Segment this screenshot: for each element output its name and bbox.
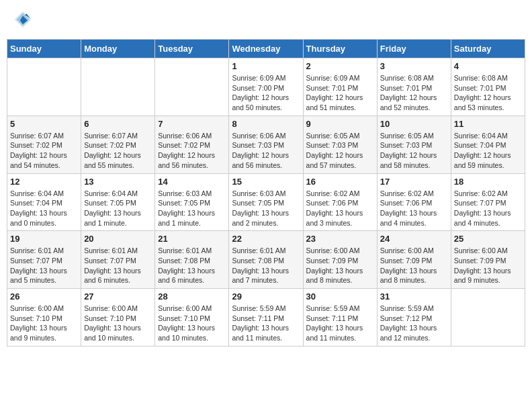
day-number: 25 [454, 234, 522, 244]
day-info: Sunrise: 6:00 AMSunset: 7:10 PMDaylight:… [84, 304, 152, 343]
day-info: Sunrise: 6:03 AMSunset: 7:05 PMDaylight:… [232, 189, 300, 228]
day-info: Sunrise: 6:00 AMSunset: 7:10 PMDaylight:… [10, 304, 78, 343]
day-number: 29 [232, 291, 300, 302]
calendar-cell: 16Sunrise: 6:02 AMSunset: 7:06 PMDayligh… [303, 173, 377, 231]
calendar-cell: 5Sunrise: 6:07 AMSunset: 7:02 PMDaylight… [7, 116, 81, 173]
day-info: Sunrise: 5:59 AMSunset: 7:11 PMDaylight:… [232, 304, 300, 343]
calendar-cell: 10Sunrise: 6:05 AMSunset: 7:03 PMDayligh… [377, 116, 451, 173]
day-info: Sunrise: 6:01 AMSunset: 7:08 PMDaylight:… [158, 246, 226, 285]
day-info: Sunrise: 6:08 AMSunset: 7:01 PMDaylight:… [454, 73, 522, 113]
day-info: Sunrise: 6:01 AMSunset: 7:07 PMDaylight:… [10, 246, 78, 285]
calendar-cell: 19Sunrise: 6:01 AMSunset: 7:07 PMDayligh… [7, 231, 81, 289]
calendar-cell [7, 58, 81, 116]
calendar-cell [81, 58, 155, 116]
calendar-cell: 21Sunrise: 6:01 AMSunset: 7:08 PMDayligh… [155, 231, 229, 289]
calendar-table: SundayMondayTuesdayWednesdayThursdayFrid… [7, 39, 525, 347]
calendar-cell: 7Sunrise: 6:06 AMSunset: 7:02 PMDaylight… [155, 116, 229, 173]
calendar-cell: 15Sunrise: 6:03 AMSunset: 7:05 PMDayligh… [229, 173, 303, 231]
calendar-cell: 18Sunrise: 6:02 AMSunset: 7:07 PMDayligh… [451, 173, 525, 231]
day-info: Sunrise: 6:00 AMSunset: 7:09 PMDaylight:… [454, 246, 522, 285]
day-number: 12 [10, 177, 78, 187]
calendar-cell: 13Sunrise: 6:04 AMSunset: 7:05 PMDayligh… [81, 173, 155, 231]
weekday-header-thursday: Thursday [303, 40, 377, 58]
calendar-cell [451, 289, 525, 347]
day-info: Sunrise: 6:09 AMSunset: 7:01 PMDaylight:… [306, 73, 374, 113]
day-info: Sunrise: 6:02 AMSunset: 7:06 PMDaylight:… [380, 189, 448, 228]
logo [13, 10, 35, 29]
calendar-cell: 25Sunrise: 6:00 AMSunset: 7:09 PMDayligh… [451, 231, 525, 289]
day-number: 21 [158, 234, 226, 244]
day-number: 9 [306, 119, 374, 129]
calendar-cell: 23Sunrise: 6:00 AMSunset: 7:09 PMDayligh… [303, 231, 377, 289]
day-info: Sunrise: 6:00 AMSunset: 7:09 PMDaylight:… [306, 246, 374, 285]
day-number: 19 [10, 234, 78, 244]
day-number: 24 [380, 234, 448, 244]
day-number: 17 [380, 177, 448, 187]
weekday-header-saturday: Saturday [451, 40, 525, 58]
day-number: 4 [454, 61, 522, 71]
calendar-cell: 28Sunrise: 6:00 AMSunset: 7:10 PMDayligh… [155, 289, 229, 347]
calendar-cell: 24Sunrise: 6:00 AMSunset: 7:09 PMDayligh… [377, 231, 451, 289]
day-number: 15 [232, 177, 300, 187]
calendar-cell: 26Sunrise: 6:00 AMSunset: 7:10 PMDayligh… [7, 289, 81, 347]
day-number: 6 [84, 119, 152, 129]
day-number: 23 [306, 234, 374, 244]
calendar-cell: 3Sunrise: 6:08 AMSunset: 7:01 PMDaylight… [377, 58, 451, 116]
day-info: Sunrise: 6:01 AMSunset: 7:07 PMDaylight:… [84, 246, 152, 285]
day-number: 10 [380, 119, 448, 129]
day-info: Sunrise: 6:07 AMSunset: 7:02 PMDaylight:… [10, 131, 78, 171]
calendar-cell: 29Sunrise: 5:59 AMSunset: 7:11 PMDayligh… [229, 289, 303, 347]
day-info: Sunrise: 6:06 AMSunset: 7:03 PMDaylight:… [232, 131, 300, 171]
day-number: 27 [84, 291, 152, 302]
weekday-header-sunday: Sunday [7, 40, 81, 58]
day-number: 1 [232, 61, 300, 71]
day-number: 11 [454, 119, 522, 129]
day-number: 13 [84, 177, 152, 187]
day-info: Sunrise: 6:05 AMSunset: 7:03 PMDaylight:… [306, 131, 374, 171]
day-info: Sunrise: 6:02 AMSunset: 7:07 PMDaylight:… [454, 189, 522, 228]
day-number: 7 [158, 119, 226, 129]
day-number: 30 [306, 291, 374, 302]
day-number: 2 [306, 61, 374, 71]
calendar-cell: 2Sunrise: 6:09 AMSunset: 7:01 PMDaylight… [303, 58, 377, 116]
calendar-cell: 27Sunrise: 6:00 AMSunset: 7:10 PMDayligh… [81, 289, 155, 347]
day-info: Sunrise: 6:04 AMSunset: 7:04 PMDaylight:… [454, 131, 522, 171]
day-number: 8 [232, 119, 300, 129]
day-info: Sunrise: 6:07 AMSunset: 7:02 PMDaylight:… [84, 131, 152, 171]
day-number: 14 [158, 177, 226, 187]
day-info: Sunrise: 6:02 AMSunset: 7:06 PMDaylight:… [306, 189, 374, 228]
day-number: 26 [10, 291, 78, 302]
calendar-cell: 9Sunrise: 6:05 AMSunset: 7:03 PMDaylight… [303, 116, 377, 173]
weekday-header-friday: Friday [377, 40, 451, 58]
calendar-cell: 22Sunrise: 6:01 AMSunset: 7:08 PMDayligh… [229, 231, 303, 289]
calendar-cell [155, 58, 229, 116]
calendar-cell: 4Sunrise: 6:08 AMSunset: 7:01 PMDaylight… [451, 58, 525, 116]
day-number: 18 [454, 177, 522, 187]
day-info: Sunrise: 5:59 AMSunset: 7:11 PMDaylight:… [306, 304, 374, 343]
day-number: 22 [232, 234, 300, 244]
day-number: 3 [380, 61, 448, 71]
day-info: Sunrise: 6:00 AMSunset: 7:09 PMDaylight:… [380, 246, 448, 285]
logo-icon [13, 10, 32, 29]
day-number: 16 [306, 177, 374, 187]
calendar-cell: 8Sunrise: 6:06 AMSunset: 7:03 PMDaylight… [229, 116, 303, 173]
day-number: 5 [10, 119, 78, 129]
day-info: Sunrise: 6:03 AMSunset: 7:05 PMDaylight:… [158, 189, 226, 228]
calendar-cell: 20Sunrise: 6:01 AMSunset: 7:07 PMDayligh… [81, 231, 155, 289]
day-info: Sunrise: 6:08 AMSunset: 7:01 PMDaylight:… [380, 73, 448, 113]
day-info: Sunrise: 6:04 AMSunset: 7:05 PMDaylight:… [84, 189, 152, 228]
day-info: Sunrise: 5:59 AMSunset: 7:12 PMDaylight:… [380, 304, 448, 343]
calendar-cell: 11Sunrise: 6:04 AMSunset: 7:04 PMDayligh… [451, 116, 525, 173]
day-info: Sunrise: 6:06 AMSunset: 7:02 PMDaylight:… [158, 131, 226, 171]
day-number: 31 [380, 291, 448, 302]
calendar-cell: 17Sunrise: 6:02 AMSunset: 7:06 PMDayligh… [377, 173, 451, 231]
calendar-cell: 14Sunrise: 6:03 AMSunset: 7:05 PMDayligh… [155, 173, 229, 231]
day-info: Sunrise: 6:05 AMSunset: 7:03 PMDaylight:… [380, 131, 448, 171]
calendar-cell: 31Sunrise: 5:59 AMSunset: 7:12 PMDayligh… [377, 289, 451, 347]
day-info: Sunrise: 6:09 AMSunset: 7:00 PMDaylight:… [232, 73, 300, 113]
day-number: 28 [158, 291, 226, 302]
calendar-cell: 30Sunrise: 5:59 AMSunset: 7:11 PMDayligh… [303, 289, 377, 347]
calendar-cell: 6Sunrise: 6:07 AMSunset: 7:02 PMDaylight… [81, 116, 155, 173]
day-info: Sunrise: 6:01 AMSunset: 7:08 PMDaylight:… [232, 246, 300, 285]
calendar-cell: 1Sunrise: 6:09 AMSunset: 7:00 PMDaylight… [229, 58, 303, 116]
